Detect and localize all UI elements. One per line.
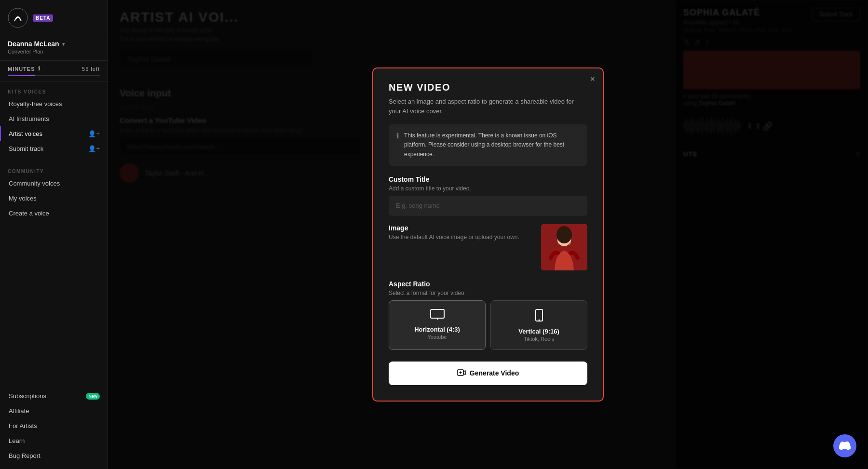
info-box: ℹ This feature is experimental. There is… [389,124,587,166]
info-text: This feature is experimental. There is a… [404,131,580,159]
sidebar-item-subscriptions[interactable]: Subscriptions New [0,389,108,403]
sidebar-item-royalty-free[interactable]: Royalty-free voices [0,96,108,111]
image-label: Image [389,224,533,232]
new-badge: New [86,393,100,400]
modal-title: NEW VIDEO [389,82,587,93]
sidebar: BETA Deanna McLean ▾ Converter Plan MINU… [0,0,108,469]
modal-overlay: × NEW VIDEO Select an image and aspect r… [108,0,868,469]
sidebar-item-label: Bug Report [9,452,41,459]
sidebar-item-ai-instruments[interactable]: AI Instruments [0,111,108,126]
sidebar-header: BETA [0,0,108,34]
svg-rect-7 [536,309,542,321]
custom-title-input[interactable] [389,196,587,215]
sidebar-item-label: For Artists [9,422,37,429]
generate-video-button[interactable]: Generate Video [389,362,587,385]
new-video-modal: × NEW VIDEO Select an image and aspect r… [372,67,604,402]
sidebar-item-community-voices[interactable]: Community voices [0,176,108,191]
aspect-ratio-section: Aspect Ratio Select a format for your vi… [389,280,587,350]
sidebar-item-for-artists[interactable]: For Artists [0,418,108,433]
artist-image [541,224,587,270]
sidebar-item-my-voices[interactable]: My voices [0,191,108,206]
vertical-subtitle: Tiktok, Reels [497,336,581,342]
community-label: COMMUNITY [0,166,108,176]
add-user-icon: 👤+ [88,130,100,137]
custom-title-group: Custom Title Add a custom title to your … [389,175,587,215]
sidebar-item-learn[interactable]: Learn [0,433,108,448]
sidebar-item-create-voice[interactable]: Create a voice [0,206,108,221]
image-section: Image Use the default AI voice image or … [389,224,587,270]
custom-title-desc: Add a custom title to your video. [389,185,587,192]
phone-icon [497,308,581,325]
kits-voices-label: KITS VOICES [0,86,108,96]
user-name[interactable]: Deanna McLean ▾ [8,40,100,48]
sidebar-item-label: Subscriptions [9,392,46,400]
kits-voices-section: KITS VOICES Royalty-free voices AI Instr… [0,81,108,161]
user-plan: Converter Plan [8,49,100,54]
sidebar-item-label: Learn [9,437,25,444]
sidebar-item-label: Royalty-free voices [9,100,62,107]
aspect-option-vertical[interactable]: Vertical (9:16) Tiktok, Reels [490,300,587,350]
custom-title-label: Custom Title [389,175,587,183]
svg-point-8 [538,319,540,321]
info-circle-icon: ℹ [396,132,399,159]
sidebar-item-label: Community voices [9,180,60,187]
sidebar-item-label: Affiliate [9,407,29,415]
info-icon: ℹ [38,66,41,72]
image-desc: Use the default AI voice image or upload… [389,234,533,241]
video-plus-icon [457,368,466,378]
progress-bar [8,75,100,76]
monitor-icon [395,308,479,323]
minutes-section: MINUTES ℹ 55 left [0,61,108,81]
aspect-ratio-desc: Select a format for your video. [389,290,587,296]
community-section: COMMUNITY Community voices My voices Cre… [0,161,108,226]
sidebar-bottom: Subscriptions New Affiliate For Artists … [0,389,108,469]
beta-badge: BETA [33,14,53,22]
minutes-left: 55 left [82,66,100,72]
horizontal-subtitle: Youtube [395,334,479,340]
image-preview[interactable] [541,224,587,270]
modal-subtitle: Select an image and aspect ratio to gene… [389,97,587,116]
chevron-down-icon: ▾ [62,41,65,47]
sidebar-item-label: Artist voices [9,130,42,137]
sidebar-item-submit-track[interactable]: Submit track 👤+ [0,141,108,156]
svg-point-0 [8,8,27,27]
aspect-ratio-label: Aspect Ratio [389,280,587,288]
generate-btn-label: Generate Video [470,369,519,377]
sidebar-item-artist-voices[interactable]: Artist voices 👤+ [0,126,108,141]
svg-point-3 [556,226,572,243]
main-content: ARTIST AI VOI... Kits library of officia… [108,0,868,469]
minutes-label: MINUTES [8,66,35,72]
modal-close-button[interactable]: × [590,74,595,84]
aspect-ratio-options: Horizontal (4:3) Youtube Vertical (9:16)… [389,300,587,350]
horizontal-title: Horizontal (4:3) [395,326,479,333]
aspect-option-horizontal[interactable]: Horizontal (4:3) Youtube [389,300,486,350]
vertical-title: Vertical (9:16) [497,328,581,335]
add-icon: 👤+ [88,145,100,152]
sidebar-item-label: My voices [9,195,37,202]
discord-button[interactable] [833,434,856,457]
logo-icon [8,8,28,28]
progress-fill [8,75,35,76]
sidebar-item-label: Submit track [9,145,43,152]
sidebar-item-label: Create a voice [9,210,49,217]
user-section[interactable]: Deanna McLean ▾ Converter Plan [0,34,108,61]
sidebar-item-affiliate[interactable]: Affiliate [0,403,108,418]
svg-rect-4 [431,309,444,318]
sidebar-item-label: AI Instruments [9,115,49,122]
sidebar-item-bug-report[interactable]: Bug Report [0,448,108,463]
